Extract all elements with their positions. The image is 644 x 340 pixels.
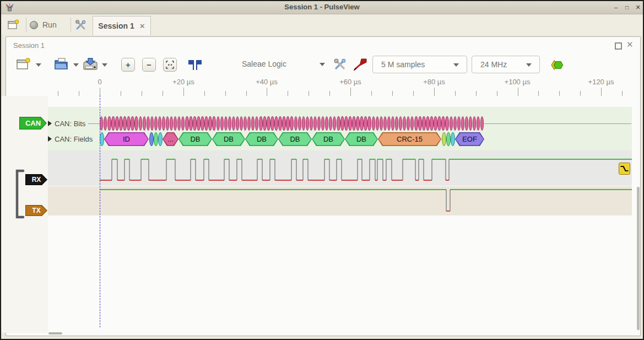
run-button[interactable]: Run xyxy=(30,17,57,33)
can-bit-annotation xyxy=(344,116,348,131)
ruler-label: +20 µs xyxy=(172,78,194,86)
can-field-marker xyxy=(442,132,446,146)
annotation-label xyxy=(159,133,162,145)
can-bit-annotation xyxy=(220,116,224,131)
can-bit-annotation xyxy=(134,116,138,131)
chevron-down-icon[interactable] xyxy=(73,63,79,67)
can-bit-annotation xyxy=(119,116,122,131)
new-session-button[interactable] xyxy=(6,17,21,33)
zoom-in-button[interactable]: + xyxy=(121,58,135,72)
can-field-db: DB xyxy=(312,132,345,146)
ruler-minor-tick xyxy=(413,91,414,96)
save-button[interactable] xyxy=(82,56,99,72)
ruler-major-tick xyxy=(518,88,518,96)
sample-rate-select[interactable]: 24 MHz xyxy=(472,56,540,73)
can-bit-annotation xyxy=(286,116,289,131)
chevron-down-icon[interactable] xyxy=(320,63,325,66)
can-field-db: DB xyxy=(345,132,378,146)
can-bit-annotation xyxy=(360,116,363,131)
zoom-fit-button[interactable] xyxy=(163,58,177,72)
ruler-minor-tick xyxy=(580,91,581,96)
minimize-button[interactable]: – xyxy=(611,3,620,12)
chevron-down-icon[interactable] xyxy=(36,63,41,67)
close-button[interactable]: ✕ xyxy=(634,3,642,12)
expander-fields-icon[interactable] xyxy=(48,136,52,142)
ruler-minor-tick xyxy=(58,91,58,96)
can-bit-annotation xyxy=(340,116,344,131)
time-cursor-line[interactable] xyxy=(100,95,100,327)
can-bit-annotation xyxy=(294,116,297,131)
tab-session-1[interactable]: Session 1 ✕ xyxy=(93,16,151,35)
can-bit-annotation xyxy=(383,116,387,131)
ruler-major-tick xyxy=(350,88,351,96)
can-bit-annotation xyxy=(189,116,192,131)
subwindow-close-icon[interactable]: ✕ xyxy=(626,40,634,50)
add-decoder-button[interactable] xyxy=(548,58,564,72)
titlebar[interactable]: Session 1 - PulseView – □ ✕ xyxy=(1,1,643,14)
ruler-minor-tick xyxy=(246,91,247,96)
can-bit-annotation xyxy=(372,116,375,131)
configure-device-button[interactable] xyxy=(333,57,347,72)
can-bit-annotation xyxy=(267,116,270,131)
falling-edge-icon xyxy=(619,163,630,174)
ruler-minor-tick xyxy=(622,91,623,96)
trigger-marker-badge[interactable] xyxy=(619,163,630,175)
show-cursors-button[interactable] xyxy=(186,58,204,72)
window-title: Session 1 - PulseView xyxy=(1,3,643,11)
open-button[interactable] xyxy=(53,56,69,72)
can-bit-annotation xyxy=(197,116,200,131)
can-bit-annotation xyxy=(461,116,464,131)
can-bit-annotation xyxy=(143,116,146,131)
horizontal-scrollbar-thumb[interactable] xyxy=(48,332,62,334)
can-bit-annotation xyxy=(278,116,282,131)
channel-tag-can-label: CAN xyxy=(20,117,46,129)
decoder-row-fields-label[interactable]: CAN: Fields xyxy=(55,135,93,143)
vertical-scrollbar-thumb[interactable] xyxy=(637,187,640,330)
can-bit-annotation xyxy=(217,116,220,131)
decoder-row-bits-label[interactable]: CAN: Bits xyxy=(55,120,85,128)
annotation-label xyxy=(150,133,153,145)
chevron-down-icon xyxy=(453,63,459,67)
can-bit-annotation xyxy=(376,116,379,131)
maximize-button[interactable]: □ xyxy=(623,3,631,12)
settings-button[interactable] xyxy=(74,18,87,31)
new-view-button[interactable] xyxy=(15,56,31,72)
ruler-minor-tick xyxy=(142,91,142,96)
channels-button[interactable] xyxy=(353,57,368,72)
ruler-minor-tick xyxy=(392,91,393,96)
device-select[interactable]: Saleae Logic xyxy=(242,60,286,68)
ruler-minor-tick xyxy=(329,91,330,96)
can-bit-annotation xyxy=(208,116,212,131)
tab-close-icon[interactable]: ✕ xyxy=(139,22,145,30)
can-bit-annotation xyxy=(441,116,445,131)
zoom-fit-icon xyxy=(166,61,174,69)
can-bit-annotation xyxy=(337,116,340,131)
can-field-marker xyxy=(451,132,455,146)
expander-bits-icon[interactable] xyxy=(48,121,52,126)
main-toolbar: Run Session 1 ✕ xyxy=(1,14,643,35)
can-field-crc-15: CRC-15 xyxy=(378,132,441,146)
ruler-label: +60 µs xyxy=(339,78,361,86)
sample-count-select[interactable]: 5 M samples xyxy=(372,56,467,73)
can-bit-annotation xyxy=(306,116,309,131)
can-bit-annotation xyxy=(430,116,433,131)
can-field-db: DB xyxy=(212,132,245,146)
chevron-down-icon xyxy=(526,63,532,67)
can-bit-annotation xyxy=(263,116,266,131)
annotation-label xyxy=(100,133,104,145)
float-window-icon[interactable] xyxy=(615,42,622,50)
can-bit-annotation xyxy=(274,116,278,131)
can-field-db: DB xyxy=(178,132,212,146)
ruler-minor-tick xyxy=(455,91,456,96)
can-bit-annotation xyxy=(212,116,215,131)
ruler-major-tick xyxy=(183,88,184,96)
chevron-down-icon[interactable] xyxy=(102,63,107,67)
zoom-out-button[interactable]: − xyxy=(142,58,156,72)
toolbar-separator xyxy=(71,18,71,32)
channel-group-bracket[interactable] xyxy=(13,169,25,219)
can-bit-annotation xyxy=(457,116,461,131)
can-field-eof: EOF xyxy=(455,132,484,146)
annotation-label xyxy=(442,133,446,145)
annotation-label: DB xyxy=(312,133,344,145)
can-bit-annotation xyxy=(298,116,301,131)
